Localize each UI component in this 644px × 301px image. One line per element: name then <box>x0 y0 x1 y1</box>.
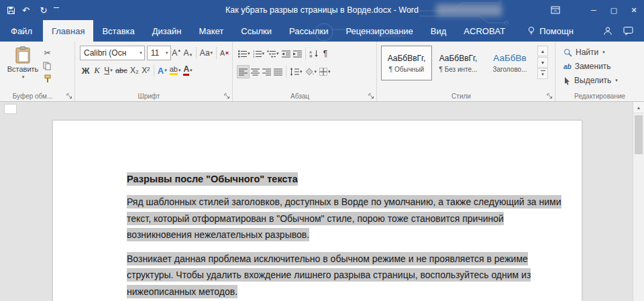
change-case-button[interactable]: Аа▾ <box>199 46 213 60</box>
save-button[interactable] <box>7 6 15 15</box>
multilevel-list-icon <box>267 50 276 58</box>
vertical-scrollbar[interactable]: ▲ <box>633 102 644 301</box>
underline-button[interactable]: Ч▾ <box>103 64 114 77</box>
tab-insert[interactable]: Вставка <box>93 20 143 42</box>
dialog-launcher-icon <box>368 93 374 99</box>
bold-button[interactable]: Ж <box>80 64 91 77</box>
divider <box>154 64 154 76</box>
font-family-combo[interactable]: Calibri (Осн▾ <box>80 46 145 60</box>
scroll-up-button[interactable]: ▲ <box>633 102 644 113</box>
subscript-button[interactable]: Х₂ <box>129 64 140 77</box>
align-center-button[interactable] <box>250 65 261 78</box>
document-area[interactable]: Разрывы после "Обычного" текста Ряд шабл… <box>0 102 644 301</box>
chevron-down-icon: ▾ <box>262 51 265 56</box>
chevron-down-icon: ▾ <box>178 68 181 73</box>
style-card-normal[interactable]: АаБбВвГг, ¶ Обычный <box>381 46 432 80</box>
show-paragraph-marks-button[interactable]: ¶ <box>320 47 331 60</box>
chevron-down-icon: ▾ <box>110 68 113 73</box>
replace-button[interactable]: ab Заменить <box>564 62 644 71</box>
format-painter-button[interactable] <box>42 74 53 83</box>
select-button[interactable]: Выделить ▾ <box>564 76 644 85</box>
increase-indent-button[interactable] <box>292 47 303 60</box>
shrink-font-button[interactable]: А▼ <box>182 46 194 60</box>
minimize-button[interactable]: ─ <box>584 0 604 20</box>
scissors-icon: ✂ <box>44 48 50 58</box>
chevron-down-icon: ▾ <box>164 50 168 56</box>
redo-button[interactable]: ↻ <box>40 6 47 15</box>
paragraph-dialog-launcher[interactable] <box>368 93 374 99</box>
assistant-label: Помощн <box>539 26 574 36</box>
scrollbar-thumb[interactable] <box>635 115 643 154</box>
chat-icon <box>623 26 633 36</box>
bullets-button[interactable]: ▾ <box>237 47 252 60</box>
style-name: Заголово... <box>493 66 527 73</box>
justify-button[interactable] <box>272 65 284 78</box>
numbering-button[interactable]: 123 ▾ <box>252 47 266 60</box>
italic-button[interactable]: К <box>91 64 103 77</box>
superscript-button[interactable]: Х² <box>140 64 152 77</box>
align-left-button[interactable] <box>237 65 250 78</box>
decrease-indent-button[interactable] <box>280 47 292 60</box>
align-right-button[interactable] <box>261 65 272 78</box>
text-effects-button[interactable]: А▾ <box>156 64 168 77</box>
chevron-down-icon: ▾ <box>31 8 34 13</box>
clipboard-dialog-launcher[interactable] <box>66 93 72 99</box>
maximize-button[interactable]: ▢ <box>604 0 624 20</box>
ribbon-display-options-button[interactable] <box>543 0 568 20</box>
tab-review[interactable]: Рецензирование <box>337 20 421 42</box>
styles-gallery-more-button[interactable]: ▾ <box>537 68 548 79</box>
font-family-value: Calibri (Осн <box>84 48 126 58</box>
style-card-heading1[interactable]: АаБбВв Заголово... <box>484 46 535 80</box>
sign-in-button[interactable] <box>603 26 612 36</box>
undo-button[interactable]: ↶▾ <box>22 6 33 15</box>
ribbon-display-options-icon <box>551 6 560 14</box>
svg-text:А: А <box>220 49 225 56</box>
tab-view[interactable]: Вид <box>422 20 455 42</box>
borders-button[interactable]: ▾ <box>318 65 332 78</box>
document-page[interactable]: Разрывы после "Обычного" текста Ряд шабл… <box>52 120 582 301</box>
clear-formatting-button[interactable]: А <box>219 46 230 60</box>
strikethrough-button[interactable]: abc <box>114 64 129 77</box>
tab-references[interactable]: Ссылки <box>232 20 280 42</box>
close-button[interactable]: ✕ <box>624 0 644 20</box>
tell-me-assistant[interactable]: Помощн <box>519 20 582 42</box>
align-center-icon <box>251 68 260 76</box>
styles-dialog-launcher[interactable] <box>547 93 553 99</box>
tab-design[interactable]: Дизайн <box>144 20 191 42</box>
paste-label: Вставить <box>7 65 39 73</box>
cut-button[interactable]: ✂ <box>42 48 53 58</box>
chevron-down-icon: ▾ <box>190 68 193 73</box>
document-paragraph-2: Возникает данная проблема исключительно … <box>127 252 531 298</box>
font-dialog-launcher[interactable] <box>224 93 230 99</box>
sort-button[interactable]: АЯ <box>308 47 320 60</box>
tab-file[interactable]: Файл <box>0 20 43 42</box>
copy-button[interactable] <box>42 61 53 70</box>
find-button[interactable]: Найти ▾ <box>564 48 644 57</box>
chevron-down-icon: ▾ <box>328 69 331 74</box>
tab-acrobat[interactable]: ACROBAT <box>455 20 514 42</box>
shading-button[interactable]: ▾ <box>304 65 319 78</box>
style-name: ¶ Без инте... <box>439 66 478 73</box>
styles-scroll-up-button[interactable]: ▲ <box>537 46 548 56</box>
font-size-combo[interactable]: 11▾ <box>147 46 171 60</box>
paragraph-row-1: ▾ 123 ▾ ▾ АЯ <box>237 47 375 60</box>
line-spacing-button[interactable]: ▾ <box>288 65 304 78</box>
style-card-no-spacing[interactable]: АаБбВвГг, ¶ Без инте... <box>433 46 484 80</box>
divider <box>216 47 217 59</box>
tab-home[interactable]: Главная <box>43 20 93 42</box>
customize-qat-button[interactable]: ▾ <box>54 7 59 13</box>
format-painter-icon <box>44 74 52 83</box>
scroll-up-arrow-icon: ▲ <box>637 105 641 110</box>
grow-font-button[interactable]: А▲ <box>171 46 182 60</box>
font-color-button[interactable]: А▾ <box>182 64 193 77</box>
multilevel-list-button[interactable]: ▾ <box>266 47 280 60</box>
line-spacing-icon <box>290 68 299 76</box>
dialog-launcher-icon <box>66 93 72 99</box>
font-group-label: Шрифт <box>75 93 223 100</box>
tab-layout[interactable]: Макет <box>190 20 232 42</box>
comments-button[interactable] <box>623 26 633 36</box>
text-highlight-button[interactable]: ab▾ <box>168 64 182 77</box>
styles-scroll-down-button[interactable]: ▼ <box>537 57 548 68</box>
tab-mailings[interactable]: Рассылки <box>280 20 337 42</box>
window-chrome: ↶▾ ↻ ▾ Как убрать разрыв страницы в Ворд… <box>0 0 644 42</box>
